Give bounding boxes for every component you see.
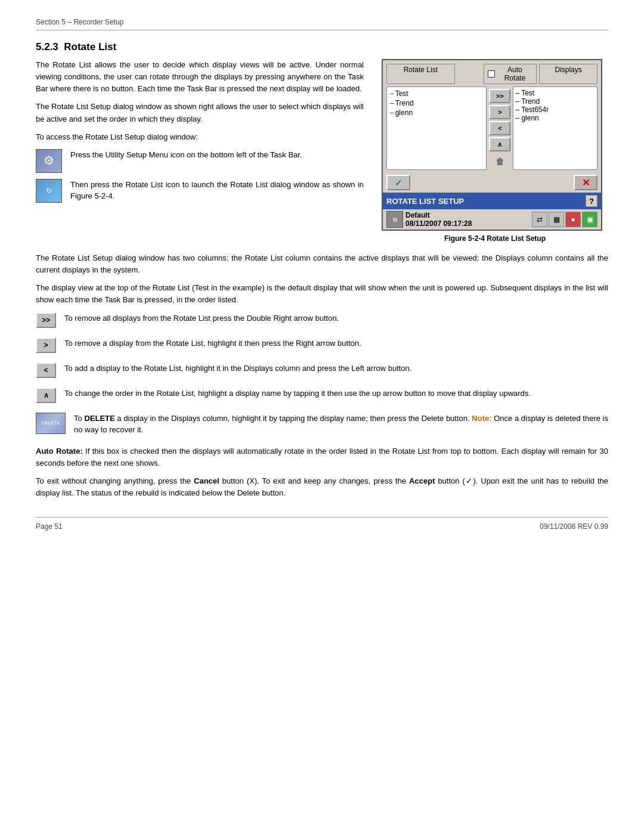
delete-desc-text: To DELETE a display in the Displays colu… (74, 413, 608, 436)
btn-desc-double-right: >> To remove all displays from the Rotat… (36, 312, 608, 328)
auto-rotate-text: If this box is checked then the displays… (36, 447, 608, 467)
rotate-list-panel[interactable]: – Test – Trend – glenn (386, 86, 487, 170)
btn-desc-text-3: To change the order in the Rotate List, … (64, 388, 608, 400)
checkmark-icon: ✓ (395, 177, 402, 188)
status-datetime: 08/11/2007 09:17:28 (405, 219, 530, 228)
dialog-box: Rotate List Auto Rotate Displays (382, 59, 602, 231)
auto-rotate-label: Auto Rotate: (36, 447, 83, 456)
access-line: To access the Rotate List Setup dialog w… (36, 131, 364, 143)
dialog-main-area: – Test – Trend – glenn (383, 84, 601, 172)
rotate-list-header: Rotate List (386, 64, 455, 84)
accept-bold: Accept (409, 476, 435, 485)
instruction-text-2: Then press the Rotate List icon to launc… (70, 179, 364, 202)
desc-double-right-button[interactable]: >> (36, 312, 56, 328)
exit-text2: button (X). To exit and keep any changes… (219, 476, 409, 485)
two-columns-para: The Rotate List Setup dialog window has … (36, 252, 608, 276)
delete-illustration: DELETE (36, 413, 66, 434)
content-area: The Rotate List allows the user to decid… (36, 59, 608, 243)
section-title: 5.2.3 Rotate List (36, 41, 608, 53)
delete-note-label: Note: (472, 414, 491, 423)
breadcrumb-text: Section 5 – Recorder Setup (36, 18, 123, 26)
figure-caption: Figure 5-2-4 Rotate List Setup (382, 234, 608, 243)
status-icon-1[interactable]: ⇄ (532, 212, 547, 227)
auto-rotate-checkbox[interactable] (488, 70, 495, 78)
page: Section 5 – Recorder Setup 5.2.3 Rotate … (0, 0, 644, 833)
right-column: Rotate List Auto Rotate Displays (382, 59, 608, 243)
delete-text1: a display in the Displays column, highli… (115, 414, 472, 423)
delete-desc-row: DELETE To DELETE a display in the Displa… (36, 413, 608, 436)
up-button[interactable]: ∧ (489, 137, 510, 151)
cancel-button[interactable]: ✕ (574, 175, 597, 190)
status-icon: ⚙ (386, 211, 403, 228)
utility-setup-icon: ⚙ (36, 149, 62, 173)
exit-para: To exit without changing anything, press… (36, 475, 608, 499)
single-left-button[interactable]: < (489, 121, 510, 135)
dialog-footer: ✓ ✕ (383, 172, 601, 193)
accept-button[interactable]: ✓ (386, 175, 410, 190)
dialog-headers: Rotate List Auto Rotate Displays (383, 60, 601, 84)
single-right-button[interactable]: > (489, 105, 510, 119)
displays-panel[interactable]: – Test – Trend – Test654r – (513, 86, 597, 170)
x-icon: ✕ (582, 177, 590, 188)
btn-desc-up: ∧ To change the order in the Rotate List… (36, 388, 608, 403)
status-name: Default (405, 211, 530, 219)
breadcrumb: Section 5 – Recorder Setup (36, 18, 608, 30)
instruction-row-2: ↻ Then press the Rotate List icon to lau… (36, 179, 364, 203)
btn-desc-text-1: To remove a display from the Rotate List… (64, 337, 608, 349)
desc-up-button[interactable]: ∧ (36, 388, 56, 403)
exit-text1: To exit without changing anything, press… (36, 476, 194, 485)
intro-para-2: The Rotate List Setup dialog window as s… (36, 101, 364, 125)
version-number: 09/11/2008 REV 0.99 (540, 522, 608, 531)
rotate-list-icon: ↻ (36, 179, 62, 203)
rotate-item-1[interactable]: – Trend (389, 98, 484, 108)
trash-icon: 🗑 (496, 157, 504, 166)
cancel-bold: Cancel (194, 476, 219, 485)
status-icon-3[interactable]: ● (565, 212, 581, 227)
delete-bold: DELETE (84, 414, 114, 423)
displays-header: Displays (539, 64, 597, 84)
arrow-buttons-column: >> > < ∧ 🗑 (489, 86, 510, 170)
status-icon-2[interactable]: ▦ (549, 212, 564, 227)
rotate-item-0[interactable]: – Test (389, 89, 484, 98)
double-right-button[interactable]: >> (489, 89, 510, 103)
page-footer: Page 51 09/11/2008 REV 0.99 (36, 517, 608, 531)
btn-desc-text-0: To remove all displays from the Rotate L… (64, 312, 608, 324)
display-item-0[interactable]: – Test (515, 89, 595, 97)
instruction-row-1: ⚙ Press the Utility Setup Menu icon on t… (36, 149, 364, 173)
btn-desc-text-2: To add a display to the Rotate List, hig… (64, 363, 608, 374)
page-number: Page 51 (36, 522, 63, 531)
intro-para-1: The Rotate List allows the user to decid… (36, 59, 364, 95)
display-item-3[interactable]: – glenn (515, 114, 595, 122)
help-button[interactable]: ? (586, 195, 597, 207)
dialog-status-bar: ⚙ Default 08/11/2007 09:17:28 ⇄ ▦ ● ▣ (383, 209, 601, 230)
status-icon-4[interactable]: ▣ (582, 212, 597, 227)
text-column: The Rotate List allows the user to decid… (36, 59, 364, 243)
delete-prefix: To (74, 414, 84, 423)
delete-button[interactable]: 🗑 (489, 153, 510, 170)
desc-single-right-button[interactable]: > (36, 337, 56, 353)
status-icons-right: ⇄ ▦ ● ▣ (532, 212, 597, 227)
default-display-para: The display view at the top of the Rotat… (36, 282, 608, 306)
status-text: Default 08/11/2007 09:17:28 (405, 211, 530, 228)
instruction-text-1: Press the Utility Setup Menu icon on the… (70, 149, 364, 161)
btn-desc-single-right: > To remove a display from the Rotate Li… (36, 337, 608, 353)
rotate-item-2[interactable]: – glenn (389, 108, 484, 117)
delete-img-label: DELETE (41, 420, 60, 426)
dialog-title-bar: ROTATE LIST SETUP ? (383, 193, 601, 209)
section-number: 5.2.3 (36, 41, 58, 52)
auto-rotate-para: Auto Rotate: If this box is checked then… (36, 445, 608, 469)
section-title-text: Rotate List (64, 41, 116, 52)
display-item-2[interactable]: – Test654r (515, 106, 595, 114)
display-item-1[interactable]: – Trend (515, 97, 595, 106)
auto-rotate-header: Auto Rotate (484, 64, 537, 84)
dialog-title: ROTATE LIST SETUP (386, 197, 464, 206)
desc-single-left-button[interactable]: < (36, 363, 56, 378)
btn-desc-single-left: < To add a display to the Rotate List, h… (36, 363, 608, 378)
